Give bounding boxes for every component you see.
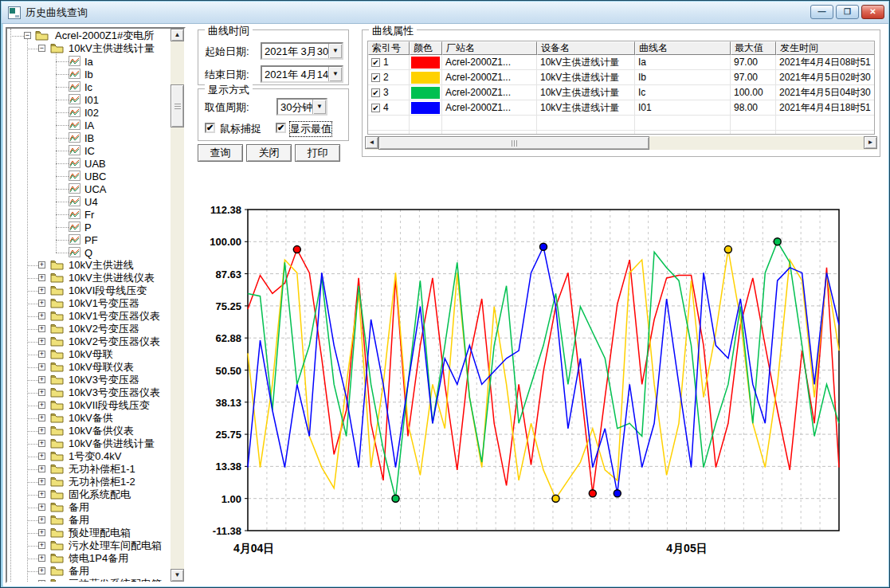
start-date-select[interactable]: 2021年 3月30 ▼ [261, 42, 343, 60]
close-dialog-button[interactable]: 关闭 [246, 144, 292, 162]
expand-toggle[interactable]: + [38, 491, 45, 498]
tree-scrollbar-thumb[interactable] [171, 84, 184, 127]
table-hscrollbar-thumb[interactable] [378, 136, 649, 150]
minimize-button[interactable]: — [810, 5, 833, 19]
history-chart[interactable]: -11.381.0013.3825.7538.1350.5062.8875.25… [192, 192, 885, 566]
tree-folder-item[interactable]: 10kVI段母线压变 [67, 284, 148, 297]
tree-folder-item[interactable]: 1号变0.4kV [67, 450, 123, 463]
tree-curve-item[interactable]: UAB [83, 157, 108, 170]
tree-curve-item[interactable]: UBC [83, 170, 108, 182]
tree-folder-item[interactable]: 10kV母联仪表 [67, 361, 135, 374]
expand-toggle[interactable]: + [38, 453, 45, 460]
column-header[interactable]: 曲线名 [635, 41, 731, 55]
tree-folder-item[interactable]: 备用 [67, 565, 91, 578]
scroll-left-icon[interactable]: ◄ [365, 136, 378, 149]
table-hscrollbar[interactable]: ◄ ► [365, 136, 877, 150]
tree-folder-item[interactable]: 三效蒸发系统配电箱 [67, 578, 163, 582]
expand-toggle[interactable]: + [38, 312, 45, 319]
expand-toggle[interactable]: − [38, 45, 45, 52]
expand-toggle[interactable]: + [38, 427, 45, 434]
expand-toggle[interactable]: + [38, 287, 45, 294]
row-checkbox[interactable]: ✔ [371, 58, 380, 67]
tree-curve-item[interactable]: Q [83, 246, 94, 259]
expand-toggle[interactable]: + [38, 567, 45, 574]
tree-curve-item[interactable]: Ic [83, 80, 94, 93]
tree-curve-item[interactable]: IB [83, 131, 96, 144]
maximize-button[interactable]: ❐ [836, 5, 859, 19]
scroll-right-icon[interactable]: ► [864, 136, 877, 149]
print-button[interactable]: 打印 [295, 144, 340, 162]
expand-toggle[interactable]: + [38, 261, 45, 269]
column-header[interactable]: 索引号 [368, 41, 410, 55]
expand-toggle[interactable]: + [38, 440, 45, 447]
expand-toggle[interactable]: + [38, 389, 45, 396]
expand-toggle[interactable]: + [38, 555, 45, 562]
column-header[interactable]: 发生时间 [776, 41, 875, 55]
chevron-down-icon[interactable]: ▼ [328, 44, 342, 58]
history-chart-canvas[interactable]: -11.381.0013.3825.7538.1350.5062.8875.25… [192, 192, 885, 566]
expand-toggle[interactable]: + [38, 363, 45, 370]
query-button[interactable]: 查询 [198, 144, 243, 162]
scroll-up-icon[interactable]: ▲ [171, 29, 184, 41]
tree-folder-item[interactable]: 10kV1号变压器 [67, 297, 141, 310]
expand-toggle[interactable]: + [38, 542, 45, 549]
chevron-down-icon[interactable]: ▼ [328, 67, 342, 81]
row-checkbox[interactable]: ✔ [371, 73, 380, 82]
expand-toggle[interactable]: + [38, 504, 45, 511]
tree-folder-item[interactable]: 10kV主供进线仪表 [67, 272, 156, 284]
tree-folder-item[interactable]: 10kV备供 [67, 412, 115, 425]
tree-folder-item[interactable]: 10kV主供进线计量 [67, 42, 156, 55]
table-row[interactable]: ✔2Acrel-2000Z1...10kV主供进线计量Ib97.002021年4… [368, 70, 874, 85]
tree-curve-item[interactable]: Ib [83, 68, 95, 80]
scroll-down-icon[interactable]: ▼ [171, 569, 184, 582]
tree-folder-item[interactable]: 10kV1号变压器仪表 [67, 310, 162, 323]
expand-toggle[interactable]: + [38, 300, 45, 307]
tree-folder-item[interactable]: Acrel-2000Z1#变电所 [53, 29, 155, 42]
tree-curve-item[interactable]: I01 [83, 93, 100, 106]
end-date-select[interactable]: 2021年 4月14 ▼ [261, 65, 343, 83]
mouse-capture-checkbox[interactable]: ✔ [205, 123, 215, 133]
expand-toggle[interactable]: + [38, 478, 45, 485]
tree-curve-item[interactable]: IC [83, 144, 96, 157]
tree-curve-item[interactable]: IA [83, 119, 96, 131]
table-row[interactable]: ✔3Acrel-2000Z1...10kV主供进线计量Ic100.002021年… [368, 85, 874, 100]
tree-folder-item[interactable]: 预处理配电箱 [67, 527, 132, 539]
expand-toggle[interactable]: + [38, 580, 45, 582]
tree-folder-item[interactable]: 10kVII段母线压变 [67, 399, 151, 412]
column-header[interactable]: 最大值 [731, 41, 776, 55]
tree-folder-item[interactable]: 10kV2号变压器仪表 [67, 335, 162, 348]
period-select[interactable]: 30分钟 ▼ [276, 98, 327, 116]
chevron-down-icon[interactable]: ▼ [312, 100, 326, 114]
expand-toggle[interactable]: − [24, 32, 31, 39]
tree-scrollbar[interactable]: ▲ ▼ [171, 29, 184, 582]
tree-folder-item[interactable]: 10kV备供进线计量 [67, 437, 156, 450]
title-bar[interactable]: 历史曲线查询 [2, 2, 888, 24]
tree-folder-item[interactable]: 10kV母联 [67, 348, 115, 361]
tree-folder-item[interactable]: 备用 [67, 501, 91, 514]
tree-curve-item[interactable]: P [83, 221, 93, 233]
tree-folder-item[interactable]: 10kV主供进线 [67, 259, 135, 272]
column-header[interactable]: 厂站名 [442, 41, 537, 55]
tree-folder-item[interactable]: 10kV3号变压器仪表 [67, 386, 162, 399]
row-checkbox[interactable]: ✔ [371, 104, 380, 112]
expand-toggle[interactable]: + [38, 529, 45, 536]
expand-toggle[interactable]: + [38, 338, 45, 345]
expand-toggle[interactable]: + [38, 465, 45, 472]
device-tree[interactable]: −Acrel-2000Z1#变电所−10kV主供进线计量IaIbIcI01I02… [7, 29, 171, 582]
tree-curve-item[interactable]: I02 [83, 106, 100, 119]
expand-toggle[interactable]: + [38, 516, 45, 523]
expand-toggle[interactable]: + [38, 274, 45, 281]
tree-folder-item[interactable]: 馈电1P4备用 [67, 552, 130, 565]
tree-folder-item[interactable]: 10kV备供仪表 [67, 425, 135, 437]
row-checkbox[interactable]: ✔ [371, 88, 380, 97]
tree-curve-item[interactable]: U4 [83, 195, 100, 208]
tree-curve-item[interactable]: Ia [83, 55, 95, 68]
column-header[interactable]: 设备名 [537, 41, 635, 55]
tree-folder-item[interactable]: 备用 [67, 514, 91, 527]
table-row[interactable]: ✔4Acrel-2000Z1...10kV主供进线计量I0198.002021年… [368, 100, 874, 116]
show-extremes-checkbox[interactable]: ✔ [276, 123, 286, 133]
tree-folder-item[interactable]: 无功补偿柜1-2 [67, 476, 137, 488]
curve-props-table[interactable]: 索引号颜色厂站名设备名曲线名最大值发生时间✔1Acrel-2000Z1...10… [367, 41, 875, 135]
expand-toggle[interactable]: + [38, 325, 45, 332]
tree-folder-item[interactable]: 污水处理车间配电箱 [67, 539, 163, 552]
